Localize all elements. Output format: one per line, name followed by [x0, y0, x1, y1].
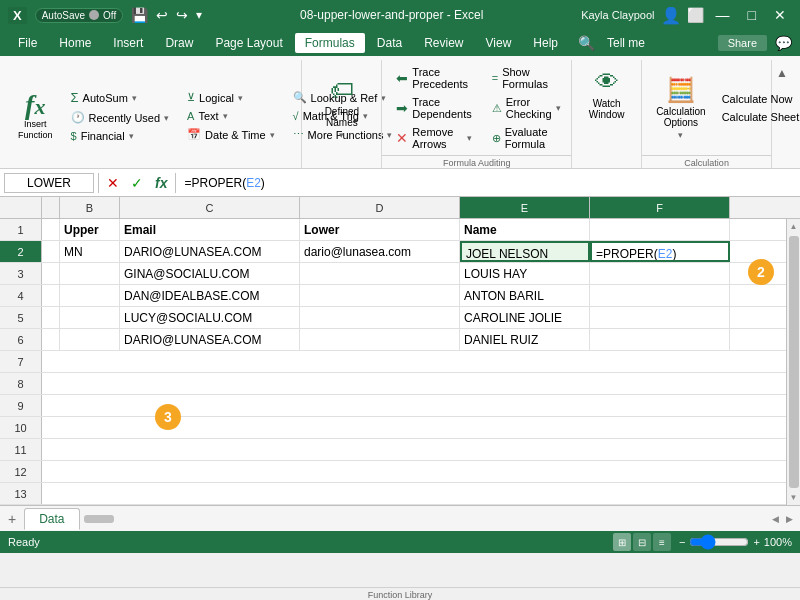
error-checking-button[interactable]: ⚠ Error Checking ▾: [486, 94, 567, 122]
cell-e3[interactable]: LOUIS HAY: [460, 263, 590, 284]
cell-f1[interactable]: [590, 219, 730, 240]
close-btn[interactable]: ✕: [768, 5, 792, 25]
menu-review[interactable]: Review: [414, 33, 473, 53]
col-header-a[interactable]: [42, 197, 60, 218]
watch-window-button[interactable]: 👁 WatchWindow: [583, 64, 631, 124]
ribbon-collapse-icon[interactable]: ▲: [772, 64, 792, 82]
calculate-sheet-button[interactable]: Calculate Sheet: [716, 109, 800, 125]
cell-e6[interactable]: DANIEL RUIZ: [460, 329, 590, 350]
save-icon[interactable]: 💾: [131, 7, 148, 23]
cell-a3[interactable]: [42, 263, 60, 284]
page-layout-btn[interactable]: ⊟: [633, 533, 651, 551]
cell-b3[interactable]: [60, 263, 120, 284]
normal-view-btn[interactable]: ⊞: [613, 533, 631, 551]
scroll-thumb-v[interactable]: [789, 236, 799, 488]
share-btn[interactable]: Share: [718, 35, 767, 51]
cell-c2[interactable]: DARIO@LUNASEA.COM: [120, 241, 300, 262]
cell-f4[interactable]: [590, 285, 730, 306]
cell-b4[interactable]: [60, 285, 120, 306]
cell-d3[interactable]: [300, 263, 460, 284]
zoom-out-btn[interactable]: −: [679, 536, 685, 548]
cell-b1[interactable]: Upper: [60, 219, 120, 240]
menu-data[interactable]: Data: [367, 33, 412, 53]
cell-f5[interactable]: [590, 307, 730, 328]
cell-e1[interactable]: Name: [460, 219, 590, 240]
cell-d5[interactable]: [300, 307, 460, 328]
cell-e4[interactable]: ANTON BARIL: [460, 285, 590, 306]
menu-insert[interactable]: Insert: [103, 33, 153, 53]
zoom-slider[interactable]: [689, 534, 749, 550]
scroll-right[interactable]: ▶: [783, 513, 796, 525]
zoom-in-btn[interactable]: +: [753, 536, 759, 548]
account-icon[interactable]: 👤: [661, 6, 681, 25]
scroll-thumb-h[interactable]: [84, 515, 114, 523]
menu-draw[interactable]: Draw: [155, 33, 203, 53]
trace-precedents-button[interactable]: ⬅ Trace Precedents: [390, 64, 477, 92]
cancel-icon[interactable]: ✕: [103, 173, 123, 193]
remove-arrows-button[interactable]: ✕ Remove Arrows ▾: [390, 124, 477, 152]
recently-used-button[interactable]: 🕐 Recently Used ▾: [65, 109, 176, 126]
cell-b6[interactable]: [60, 329, 120, 350]
col-header-f[interactable]: F: [590, 197, 730, 218]
menu-file[interactable]: File: [8, 33, 47, 53]
calculation-options-button[interactable]: 🧮 CalculationOptions ▾: [650, 72, 711, 144]
autosave-toggle[interactable]: AutoSave Off: [35, 8, 124, 23]
menu-help[interactable]: Help: [523, 33, 568, 53]
cell-a2[interactable]: [42, 241, 60, 262]
text-button[interactable]: A Text ▾: [181, 108, 281, 124]
evaluate-formula-button[interactable]: ⊕ Evaluate Formula: [486, 124, 567, 152]
logical-button[interactable]: ⊻ Logical ▾: [181, 89, 281, 106]
show-formulas-button[interactable]: = Show Formulas: [486, 64, 567, 92]
cell-b5[interactable]: [60, 307, 120, 328]
page-break-btn[interactable]: ≡: [653, 533, 671, 551]
cell-f3[interactable]: [590, 263, 730, 284]
cell-c5[interactable]: LUCY@SOCIALU.COM: [120, 307, 300, 328]
cell-f2[interactable]: =PROPER(E2): [590, 241, 730, 262]
cell-d2[interactable]: dario@lunasea.com: [300, 241, 460, 262]
cell-e5[interactable]: CAROLINE JOLIE: [460, 307, 590, 328]
cell-e2[interactable]: JOEL NELSON: [460, 241, 590, 262]
cell-c4[interactable]: DAN@IDEALBASE.COM: [120, 285, 300, 306]
cell-a6[interactable]: [42, 329, 60, 350]
menu-formulas[interactable]: Formulas: [295, 33, 365, 53]
scroll-left[interactable]: ◀: [769, 513, 782, 525]
minimize-btn[interactable]: —: [710, 5, 736, 25]
new-sheet-btn[interactable]: +: [4, 511, 20, 527]
vertical-scrollbar[interactable]: ▲ ▼: [786, 219, 800, 505]
cell-a5[interactable]: [42, 307, 60, 328]
sheet-tab-data[interactable]: Data: [24, 508, 79, 530]
col-header-e[interactable]: E: [460, 197, 590, 218]
search-tell-me[interactable]: Tell me: [597, 33, 655, 53]
cell-d1[interactable]: Lower: [300, 219, 460, 240]
name-box[interactable]: [4, 173, 94, 193]
autosum-button[interactable]: Σ AutoSum ▾: [65, 88, 176, 107]
col-header-d[interactable]: D: [300, 197, 460, 218]
redo-btn[interactable]: ↪: [176, 7, 188, 23]
cell-c1[interactable]: Email: [120, 219, 300, 240]
cell-c3[interactable]: GINA@SOCIALU.COM: [120, 263, 300, 284]
calculate-now-button[interactable]: Calculate Now: [716, 91, 800, 107]
menu-view[interactable]: View: [476, 33, 522, 53]
enter-icon[interactable]: ✓: [127, 173, 147, 193]
cell-d6[interactable]: [300, 329, 460, 350]
col-header-c[interactable]: C: [120, 197, 300, 218]
undo-btn[interactable]: ↩: [156, 7, 168, 23]
insert-function-button[interactable]: fx InsertFunction: [12, 87, 59, 145]
maximize-btn[interactable]: □: [742, 5, 762, 25]
date-time-button[interactable]: 📅 Date & Time ▾: [181, 126, 281, 143]
cell-f6[interactable]: [590, 329, 730, 350]
cell-c6[interactable]: DARIO@LUNASEA.COM: [120, 329, 300, 350]
col-header-b[interactable]: B: [60, 197, 120, 218]
cell-b2[interactable]: MN: [60, 241, 120, 262]
menu-home[interactable]: Home: [49, 33, 101, 53]
defined-names-button[interactable]: 🏷 DefinedNames ▾: [315, 72, 369, 144]
menu-page-layout[interactable]: Page Layout: [205, 33, 292, 53]
horizontal-scrollbar[interactable]: [80, 515, 765, 523]
cell-a4[interactable]: [42, 285, 60, 306]
trace-dependents-button[interactable]: ➡ Trace Dependents: [390, 94, 477, 122]
ribbon-display-icon[interactable]: ⬜: [687, 7, 704, 23]
cell-a1[interactable]: [42, 219, 60, 240]
cell-d4[interactable]: [300, 285, 460, 306]
search-icon[interactable]: 🔍: [578, 35, 595, 51]
formula-fx-icon[interactable]: fx: [151, 173, 171, 193]
